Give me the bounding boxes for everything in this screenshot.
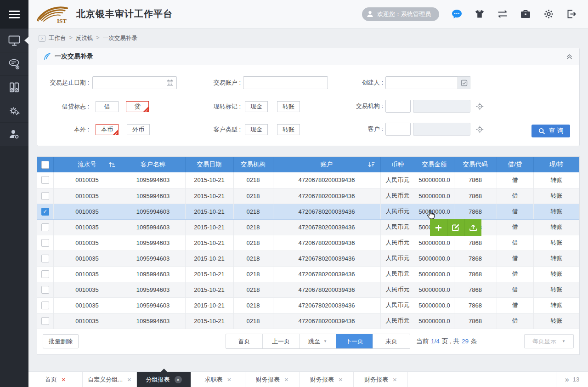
date-range-input[interactable] bbox=[92, 76, 177, 89]
customer-code-input[interactable] bbox=[385, 123, 411, 136]
cell-loan: 借 bbox=[497, 172, 533, 188]
table-row[interactable]: 001003510959946032015-10-210218472067802… bbox=[37, 266, 579, 282]
cell-account: 47206780200039436 bbox=[273, 313, 380, 329]
footer-tab[interactable]: 首页× bbox=[28, 372, 83, 387]
theme-icon[interactable] bbox=[474, 9, 485, 20]
page-size-dropdown[interactable]: 每页显示▼ bbox=[524, 334, 574, 348]
close-tab-icon[interactable]: × bbox=[62, 376, 66, 383]
toggle-customer-transfer[interactable]: 转账 bbox=[277, 124, 300, 135]
table-row[interactable]: 001003510959946032015-10-210218472067802… bbox=[37, 282, 579, 297]
query-button[interactable]: 查 询 bbox=[531, 125, 570, 137]
row-checkbox[interactable] bbox=[41, 317, 49, 325]
transfer-icon[interactable] bbox=[497, 9, 508, 20]
next-page-button[interactable]: 下一页 bbox=[336, 334, 373, 348]
upload-row-button[interactable] bbox=[464, 219, 481, 236]
tab-overflow-button[interactable]: » 13 bbox=[556, 372, 588, 387]
table-row[interactable]: ✓001003510959946032015-10-21021847206780… bbox=[37, 204, 579, 219]
last-page-button[interactable]: 末页 bbox=[373, 334, 410, 348]
col-header-label: 交易代码 bbox=[463, 161, 488, 168]
table-row[interactable]: 001003510959946032015-10-210218472067802… bbox=[37, 235, 579, 250]
results-table-panel: 流水号客户名称交易日期交易机构账户币种交易金额交易代码借/贷现/转 001003… bbox=[37, 156, 580, 355]
first-page-button[interactable]: 首页 bbox=[226, 334, 263, 348]
sidebar-item-archives[interactable] bbox=[0, 76, 28, 99]
cell-customer: 1095994603 bbox=[121, 266, 185, 282]
footer-tab[interactable]: 财务报表× bbox=[354, 372, 408, 387]
toggle-loan-debit[interactable]: 借 bbox=[96, 101, 119, 112]
message-icon[interactable] bbox=[451, 9, 462, 20]
sort-desc-icon[interactable] bbox=[368, 162, 375, 168]
calendar-icon[interactable] bbox=[166, 80, 174, 86]
close-tab-icon[interactable]: × bbox=[227, 376, 232, 383]
double-chevron-right-icon: » bbox=[565, 376, 568, 384]
breadcrumb-item[interactable]: 反洗钱 bbox=[76, 34, 93, 42]
toggle-foreign-currency[interactable]: 外币 bbox=[127, 124, 150, 135]
col-header-currency: 币种 bbox=[380, 157, 415, 172]
prev-page-button[interactable]: 上一页 bbox=[263, 334, 300, 348]
sidebar-item-workspace-monitor[interactable] bbox=[0, 29, 28, 52]
select-all-checkbox[interactable] bbox=[41, 161, 49, 169]
cell-amount: 50000000.0 bbox=[415, 266, 454, 282]
toggle-loan-credit[interactable]: 贷 bbox=[126, 101, 149, 112]
table-row[interactable]: 001003510959946032015-10-210218472067802… bbox=[37, 250, 579, 266]
trade-account-input[interactable] bbox=[243, 76, 328, 89]
footer-tab-label: 财务报表 bbox=[310, 376, 334, 384]
briefcase-icon[interactable] bbox=[520, 9, 531, 20]
toggle-local-currency[interactable]: 本币 bbox=[96, 124, 119, 135]
row-checkbox-cell bbox=[37, 250, 53, 266]
row-checkbox[interactable]: ✓ bbox=[41, 208, 49, 216]
sidebar-item-system-tools[interactable] bbox=[0, 99, 28, 122]
row-checkbox[interactable] bbox=[41, 239, 49, 247]
edit-row-button[interactable] bbox=[447, 219, 465, 236]
row-checkbox[interactable] bbox=[41, 176, 49, 184]
org-locate-icon[interactable] bbox=[476, 102, 484, 110]
toggle-customer-cash[interactable]: 现金 bbox=[245, 124, 268, 135]
creator-select-button[interactable] bbox=[458, 76, 470, 89]
collapse-panel-icon[interactable] bbox=[566, 53, 573, 60]
row-checkbox[interactable] bbox=[41, 223, 49, 231]
close-tab-icon[interactable]: × bbox=[127, 376, 131, 383]
logout-icon[interactable] bbox=[566, 9, 577, 20]
toggle-cash[interactable]: 现金 bbox=[245, 101, 268, 112]
table-row[interactable]: 001003510959946032015-10-210218472067802… bbox=[37, 188, 579, 204]
jump-to-page-dropdown[interactable]: 跳至▼ bbox=[300, 334, 336, 348]
cell-loan: 借 bbox=[497, 219, 533, 235]
row-checkbox[interactable] bbox=[41, 255, 49, 262]
cell-account: 47206780200039436 bbox=[273, 188, 380, 204]
toggle-transfer[interactable]: 转账 bbox=[277, 101, 300, 112]
col-header-amount: 交易金额 bbox=[415, 157, 454, 172]
row-checkbox[interactable] bbox=[41, 270, 49, 278]
table-row[interactable]: 001003510959946032015-10-210218472067802… bbox=[37, 297, 579, 313]
add-row-button[interactable] bbox=[430, 219, 447, 236]
trade-org-name-input[interactable] bbox=[413, 100, 470, 113]
customer-locate-icon[interactable] bbox=[476, 125, 484, 133]
row-checkbox[interactable] bbox=[41, 192, 49, 200]
batch-delete-button[interactable]: 批量删除 bbox=[43, 334, 79, 348]
row-checkbox[interactable] bbox=[41, 302, 49, 309]
row-checkbox[interactable] bbox=[41, 286, 49, 294]
creator-input[interactable] bbox=[385, 76, 470, 89]
footer-tab[interactable]: 求职表× bbox=[191, 372, 245, 387]
sidebar-item-message-config[interactable] bbox=[0, 52, 28, 75]
footer-tab[interactable]: 分组报表× bbox=[137, 372, 191, 387]
cell-cash: 转账 bbox=[533, 313, 579, 329]
close-tab-icon[interactable]: × bbox=[284, 376, 288, 383]
footer-tab[interactable]: 自定义分组...× bbox=[83, 372, 137, 387]
customer-name-input[interactable] bbox=[413, 123, 470, 136]
table-row[interactable]: 001003510959946032015-10-210218472067802… bbox=[37, 219, 579, 235]
breadcrumb-item[interactable]: 一次交易补录 bbox=[103, 34, 137, 42]
close-tab-icon[interactable]: × bbox=[175, 376, 182, 383]
row-checkbox-cell bbox=[37, 266, 53, 282]
close-tab-icon[interactable]: × bbox=[339, 376, 343, 383]
footer-tab[interactable]: 财务报表× bbox=[300, 372, 354, 387]
sort-asc-icon[interactable] bbox=[108, 162, 115, 168]
close-tab-icon[interactable]: × bbox=[393, 376, 397, 383]
footer-tab[interactable]: 财务报表× bbox=[245, 372, 300, 387]
trade-org-code-input[interactable] bbox=[385, 100, 411, 113]
settings-icon[interactable] bbox=[543, 9, 554, 20]
hamburger-menu-icon[interactable] bbox=[0, 0, 28, 28]
breadcrumb-item[interactable]: 工作台 bbox=[49, 34, 66, 42]
table-row[interactable]: 001003510959946032015-10-210218472067802… bbox=[37, 172, 579, 188]
sidebar-item-user-management[interactable] bbox=[0, 123, 28, 146]
row-checkbox-cell bbox=[37, 219, 53, 235]
table-row[interactable]: 001003510959946032015-10-210218472067802… bbox=[37, 313, 579, 329]
